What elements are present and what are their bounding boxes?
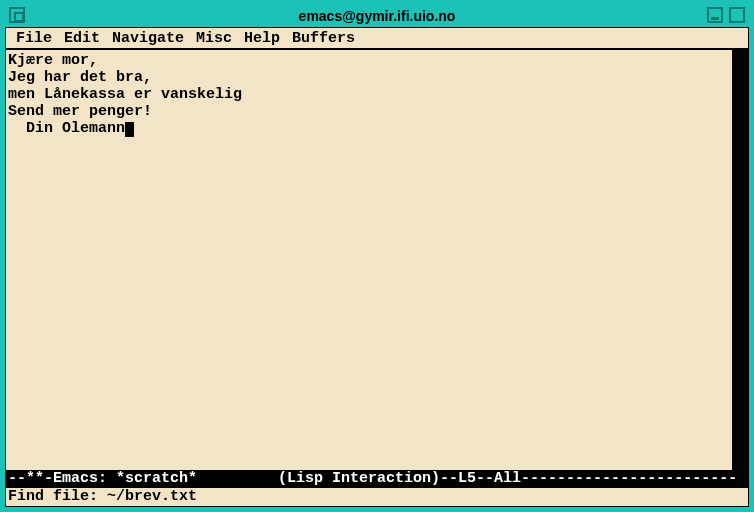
menu-navigate[interactable]: Navigate: [108, 30, 188, 47]
minibuffer-prompt: Find file:: [8, 488, 107, 505]
window-titlebar[interactable]: emacs@gymir.ifi.uio.no: [5, 5, 749, 27]
menu-buffers[interactable]: Buffers: [288, 30, 359, 47]
minibuffer-input[interactable]: ~/brev.txt: [107, 488, 197, 505]
buffer-line: men Lånekassa er vanskelig: [8, 86, 242, 103]
modeline-position: --L5--All: [440, 470, 521, 487]
menu-edit[interactable]: Edit: [60, 30, 104, 47]
modeline-app: Emacs:: [53, 470, 116, 487]
buffer-line: Din Olemann: [8, 120, 125, 137]
maximize-icon[interactable]: [729, 7, 745, 23]
minimize-icon[interactable]: [707, 7, 723, 23]
buffer-line: Send mer penger!: [8, 103, 152, 120]
text-buffer[interactable]: Kjære mor, Jeg har det bra, men Lånekass…: [6, 50, 732, 470]
modeline-trail: ------------------------: [521, 470, 737, 487]
modeline-buffer-name: *scratch*: [116, 470, 197, 487]
emacs-frame: File Edit Navigate Misc Help Buffers Kjæ…: [5, 27, 749, 507]
minibuffer[interactable]: Find file: ~/brev.txt: [6, 488, 748, 506]
menu-misc[interactable]: Misc: [192, 30, 236, 47]
text-cursor-icon: [125, 122, 134, 137]
scrollbar-thumb[interactable]: [733, 50, 748, 470]
menu-file[interactable]: File: [12, 30, 56, 47]
modeline-modified: --**-: [8, 470, 53, 487]
editor-area: Kjære mor, Jeg har det bra, men Lånekass…: [6, 50, 748, 470]
modeline-mode: (Lisp Interaction): [278, 470, 440, 487]
vertical-scrollbar[interactable]: [732, 50, 748, 470]
menu-bar[interactable]: File Edit Navigate Misc Help Buffers: [6, 28, 748, 50]
buffer-line: Kjære mor,: [8, 52, 98, 69]
x11-window: emacs@gymir.ifi.uio.no File Edit Navigat…: [0, 0, 754, 512]
buffer-line: Jeg har det bra,: [8, 69, 152, 86]
window-title: emacs@gymir.ifi.uio.no: [299, 8, 456, 24]
mode-line[interactable]: --**-Emacs: *scratch* (Lisp Interaction)…: [6, 470, 748, 488]
modeline-spacer: [197, 470, 278, 488]
window-menu-icon[interactable]: [9, 7, 25, 23]
menu-help[interactable]: Help: [240, 30, 284, 47]
